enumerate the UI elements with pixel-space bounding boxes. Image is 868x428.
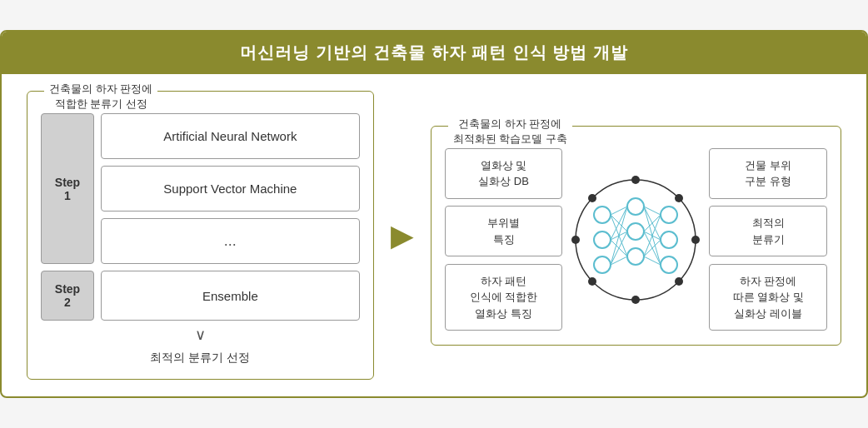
box-thermal-db: 열화상 및 실화상 DB <box>445 148 563 199</box>
main-container: 머신러닝 기반의 건축물 하자 패턴 인식 방법 개발 건축물의 하자 판정에 … <box>0 30 868 398</box>
header-title: 머신러닝 기반의 건축물 하자 패턴 인식 방법 개발 <box>2 32 866 74</box>
classifiers-col: Artificial Neural Network Support Vector… <box>101 113 360 264</box>
svg-line-34 <box>644 240 661 256</box>
content-area: 건축물의 하자 판정에 적합한 분류기 선정 Step1 Artificial … <box>2 74 866 396</box>
step2-box: Step2 <box>41 271 94 321</box>
svg-point-5 <box>588 194 596 202</box>
step1-row: Step1 Artificial Neural Network Support … <box>41 113 360 264</box>
svg-point-8 <box>675 277 683 286</box>
svg-point-3 <box>571 236 580 244</box>
step2-row: Step2 Ensemble <box>41 271 360 321</box>
left-panel-label: 건축물의 하자 판정에 적합한 분류기 선정 <box>44 82 157 112</box>
left-panel: 건축물의 하자 판정에 적합한 분류기 선정 Step1 Artificial … <box>27 91 374 380</box>
svg-point-13 <box>627 223 644 240</box>
box-defect-feature: 하자 패턴 인식에 적합한 열화상 특징 <box>445 264 563 331</box>
step1-box: Step1 <box>41 113 94 264</box>
svg-point-10 <box>594 231 611 248</box>
bottom-label: 최적의 분류기 선정 <box>41 351 360 366</box>
svg-point-7 <box>588 277 596 286</box>
svg-point-11 <box>594 256 611 273</box>
svg-line-30 <box>644 215 661 231</box>
svg-point-9 <box>594 207 611 223</box>
right-panel: 건축물의 하자 판정에 최적화된 학습모델 구축 열화상 및 실화상 DB <box>431 126 841 346</box>
right-panel-label: 건축물의 하자 판정에 최적화된 학습모델 구축 <box>448 117 572 147</box>
svg-point-6 <box>675 194 683 202</box>
svg-point-16 <box>661 231 677 248</box>
steps-grid: Step1 Artificial Neural Network Support … <box>41 113 360 321</box>
svg-point-12 <box>627 198 644 215</box>
box-part-feature: 부위별 특징 <box>445 206 563 256</box>
box-optimal-classifier: 최적의 분류기 <box>709 206 827 256</box>
ensemble-box: Ensemble <box>101 271 360 321</box>
classifier-svm: Support Vector Machine <box>101 166 360 212</box>
arrow-down: ∨ <box>41 326 360 344</box>
svg-point-1 <box>631 176 640 184</box>
box-defect-label: 하자 판정에 따른 열화상 및 실화상 레이블 <box>709 264 827 331</box>
center-arrow: ▶ <box>391 218 414 253</box>
neural-network-diagram <box>569 148 702 331</box>
right-content-grid: 열화상 및 실화상 DB <box>445 148 827 331</box>
classifier-ann: Artificial Neural Network <box>101 113 360 159</box>
svg-point-4 <box>691 236 700 244</box>
svg-point-14 <box>627 248 644 265</box>
svg-point-17 <box>661 256 677 273</box>
box-building-type: 건물 부위 구분 유형 <box>709 148 827 199</box>
svg-point-15 <box>661 207 677 223</box>
svg-point-2 <box>631 296 640 304</box>
classifier-dots: ... <box>101 218 360 264</box>
